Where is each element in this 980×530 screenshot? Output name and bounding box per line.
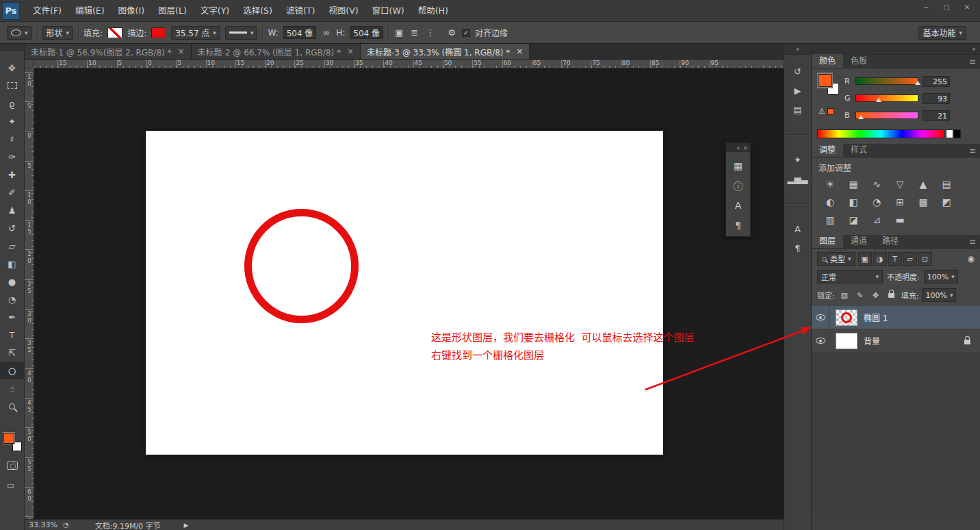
paragraph-panel-button[interactable]: ¶ [730, 218, 747, 233]
photo-filter-adjustment-button[interactable]: ◔ [865, 193, 888, 211]
type-tool[interactable]: T [0, 326, 24, 344]
width-field[interactable]: 504 像 [283, 26, 317, 39]
menu-item-edit[interactable]: 编辑(E) [68, 5, 112, 16]
toolbar-grip[interactable] [0, 44, 24, 51]
quick-mask-button[interactable] [7, 462, 18, 470]
ellipse-shape[interactable] [244, 209, 359, 323]
menu-item-window[interactable]: 窗口(W) [365, 5, 411, 16]
float-dock-header[interactable]: » × [726, 143, 750, 152]
document-canvas[interactable]: 这是形状图层，我们要去栅格化 可以鼠标去选择这个图层 右键找到一个栅格化图层 [146, 131, 663, 455]
spot-healing-brush-tool[interactable]: ✚ [0, 166, 24, 184]
horizontal-ruler[interactable]: 1510505101520253035404550556065707580859… [34, 60, 784, 68]
path-alignment-icon[interactable]: ≣ [409, 27, 420, 38]
lock-all-button[interactable] [886, 289, 898, 301]
blur-tool[interactable]: ● [0, 273, 24, 290]
gear-icon[interactable]: ⚙ [446, 27, 457, 38]
tab-layers[interactable]: 图层 [812, 234, 843, 248]
posterize-adjustment-button[interactable]: ▥ [818, 211, 842, 229]
menu-item-select[interactable]: 选择(S) [236, 5, 279, 16]
properties-panel-button[interactable]: ▦ [730, 158, 747, 173]
zoom-level-field[interactable]: 33.33% [25, 520, 63, 529]
blue-value-field[interactable]: 21 [923, 110, 950, 121]
collapse-dock-icon[interactable]: » [972, 45, 976, 53]
foreground-color-swatch[interactable] [3, 433, 14, 444]
stroke-color-swatch[interactable] [151, 27, 166, 38]
tab-close-icon[interactable]: × [178, 47, 185, 56]
panel-menu-icon[interactable]: ≡ [969, 57, 976, 66]
exposure-adjustment-button[interactable]: ▽ [888, 175, 912, 193]
dodge-tool[interactable]: ◔ [0, 290, 24, 308]
tool-mode-select[interactable]: 形状 ▾ [42, 26, 74, 40]
lock-image-pixels-button[interactable]: ✎ [854, 289, 866, 301]
menu-item-view[interactable]: 视图(V) [322, 5, 365, 16]
history-panel-button[interactable]: ↺ [784, 62, 812, 81]
black-swatch[interactable] [953, 129, 961, 138]
workspace-switcher[interactable]: 基本功能 ▾ [918, 26, 966, 40]
maximize-button[interactable]: □ [936, 0, 957, 14]
tool-presets-panel-button[interactable]: ▤ [784, 100, 812, 119]
quick-selection-tool[interactable]: ✦ [0, 112, 24, 130]
color-balance-adjustment-button[interactable]: ◐ [818, 193, 842, 211]
filter-pixel-layers-button[interactable]: ▣ [858, 252, 872, 266]
character-styles-panel-button[interactable]: A [784, 219, 812, 238]
slider-thumb[interactable] [876, 98, 881, 102]
hand-tool[interactable]: ☝ [0, 379, 24, 397]
vertical-ruler[interactable]: 10505101520253035404550556065 [25, 68, 34, 519]
tab-styles[interactable]: 样式 [843, 143, 875, 157]
tool-preset-dropdown[interactable]: ▾ [7, 26, 32, 40]
menu-item-filter[interactable]: 滤镜(T) [279, 5, 322, 16]
crop-tool[interactable]: ♯ [0, 130, 24, 148]
layer-name[interactable]: 椭圆 1 [864, 312, 888, 323]
zoom-tool[interactable] [0, 397, 24, 415]
layer-name[interactable]: 背景 [864, 335, 880, 346]
tab-color[interactable]: 颜色 [812, 54, 843, 68]
path-operations-icon[interactable]: ▣ [394, 27, 404, 38]
screen-mode-button[interactable]: ▭ [7, 481, 14, 490]
rail-header[interactable]: « [784, 44, 811, 55]
panel-menu-icon[interactable]: ≡ [969, 237, 976, 247]
document-tab-1[interactable]: 未标题-1 @ 56.9%(图层 2, RGB/8) *× [25, 44, 192, 59]
dock-header[interactable]: » [812, 44, 980, 55]
info-panel-button[interactable]: ⓘ [730, 178, 747, 193]
panel-menu-icon[interactable]: ≡ [969, 146, 976, 155]
link-dimensions-icon[interactable]: ∞ [321, 27, 331, 38]
height-field[interactable]: 504 像 [350, 26, 383, 39]
vibr-ance-adjustment-button[interactable]: ▲ [912, 175, 935, 193]
color-lookup-adjustment-button[interactable]: ▩ [912, 193, 935, 211]
ellipse-shape-tool[interactable]: ○ [0, 362, 24, 379]
selective-color-adjustment-button[interactable]: ⊿ [865, 211, 888, 229]
curves-adjustment-button[interactable]: ∿ [865, 175, 888, 193]
hue-saturation-adjustment-button[interactable]: ▤ [935, 175, 958, 193]
document-tab-3[interactable]: 未标题-3 @ 33.3% (椭圆 1, RGB/8) *× [361, 44, 530, 59]
path-arrangement-icon[interactable]: ⋮ [424, 27, 436, 38]
fill-color-swatch[interactable] [107, 27, 122, 38]
layer-filter-select[interactable]: 类型 ▾ [817, 252, 855, 266]
green-slider[interactable] [855, 94, 918, 102]
close-icon[interactable]: × [743, 144, 748, 151]
tab-paths[interactable]: 路径 [875, 234, 906, 248]
stroke-width-field[interactable]: 35.57 点 ▾ [171, 26, 220, 40]
collapse-panels-icon[interactable]: » [736, 144, 740, 151]
menu-item-layer[interactable]: 图层(L) [151, 5, 194, 16]
visibility-toggle[interactable] [812, 306, 829, 329]
blend-mode-select[interactable]: 正常 ▾ [817, 270, 883, 283]
visibility-toggle[interactable] [812, 329, 829, 353]
brush-tool[interactable]: ✐ [0, 184, 24, 201]
filter-adjustment-layers-button[interactable]: ◑ [873, 252, 887, 266]
red-value-field[interactable]: 255 [923, 76, 950, 87]
paragraph-styles-panel-button[interactable]: ¶ [784, 238, 812, 257]
styles-panel-button[interactable]: ✦ [784, 150, 812, 169]
white-swatch[interactable] [946, 129, 953, 138]
layer-row-ellipse-1[interactable]: 椭圆 1 [812, 306, 980, 329]
histogram-panel-button[interactable]: ▂▅▃ [784, 169, 812, 188]
tab-channels[interactable]: 通道 [843, 234, 875, 248]
spectrum-ramp[interactable] [817, 129, 944, 138]
tab-close-icon[interactable]: × [516, 47, 523, 56]
foreground-color-swatch[interactable] [818, 74, 831, 87]
slider-thumb[interactable] [858, 115, 864, 119]
filter-type-layers-button[interactable]: T [888, 252, 902, 266]
character-panel-button[interactable]: A [730, 198, 747, 213]
menu-item-image[interactable]: 图像(I) [112, 5, 151, 16]
threshold-adjustment-button[interactable]: ◪ [842, 211, 865, 229]
layer-thumbnail[interactable] [836, 333, 858, 349]
